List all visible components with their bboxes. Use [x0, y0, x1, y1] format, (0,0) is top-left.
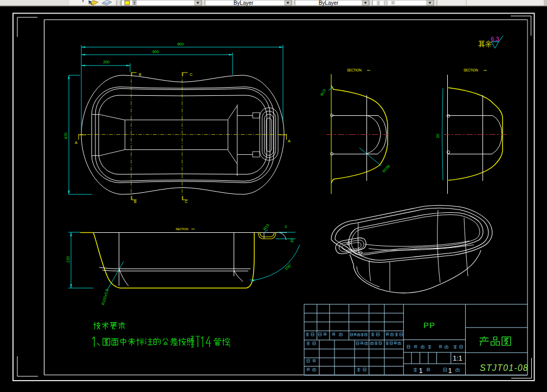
svg-text:SECTION: SECTION [176, 227, 188, 231]
svg-text:20: 20 [290, 238, 294, 243]
svg-text:B: B [134, 200, 137, 204]
svg-text:470: 470 [63, 133, 68, 140]
svg-text:6.3: 6.3 [491, 36, 499, 42]
svg-text:A: A [75, 141, 78, 145]
svg-text:SECTION: SECTION [347, 68, 362, 72]
svg-text:ByLayer: ByLayer [234, 0, 254, 6]
svg-text:SECTION: SECTION [464, 68, 478, 72]
svg-text:800: 800 [177, 42, 184, 46]
svg-text:1:1: 1:1 [453, 355, 462, 362]
svg-text:220: 220 [66, 256, 70, 263]
svg-text:20: 20 [436, 134, 440, 138]
svg-text:C: C [185, 200, 188, 204]
svg-text:200: 200 [103, 60, 110, 64]
svg-text:1: 1 [419, 367, 422, 375]
svg-text:PP: PP [423, 321, 435, 330]
svg-text:STJT01-08: STJT01-08 [480, 363, 529, 373]
svg-text:ByLayer: ByLayer [319, 0, 339, 6]
svg-text:B: B [139, 73, 141, 76]
svg-text:1: 1 [448, 367, 452, 375]
svg-text:3: 3 [285, 225, 287, 228]
svg-text:A: A [288, 139, 291, 143]
svg-text:;: ; [229, 341, 230, 348]
svg-text:600: 600 [152, 50, 159, 54]
svg-text:C: C [190, 73, 192, 76]
